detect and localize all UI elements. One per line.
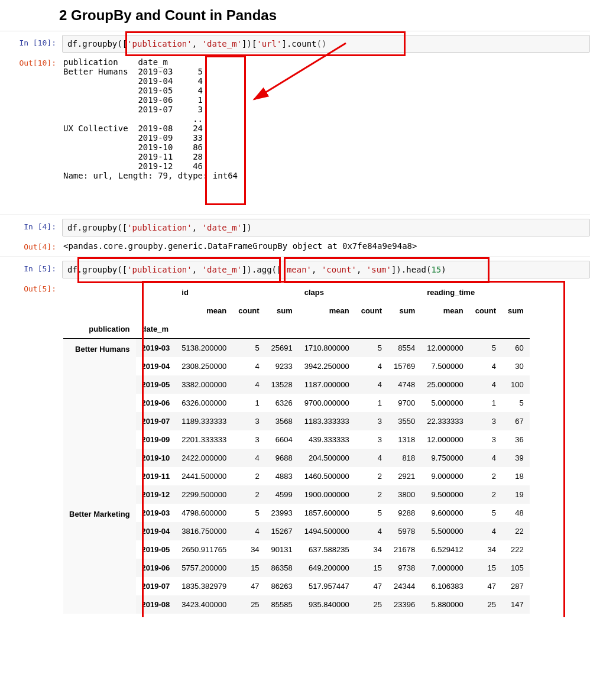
divider	[0, 257, 590, 257]
code-output: <pandas.core.groupby.generic.DataFrameGr…	[62, 239, 590, 253]
prompt-in: In [4]:	[0, 219, 62, 236]
cell-4-input: In [4]: df.groupby(['publication', 'date…	[0, 218, 590, 238]
prompt-out: Out[10]:	[0, 55, 62, 211]
cell-10-output: Out[10]: publication date_m Better Human…	[0, 54, 590, 212]
highlight-box	[205, 56, 246, 205]
code-input[interactable]: df.groupby(['publication', 'date_m'])	[62, 219, 590, 236]
prompt-in: In [10]:	[0, 35, 62, 53]
prompt-out: Out[4]:	[0, 239, 62, 253]
table-row: Better Humans2019-035138.200000525691171…	[63, 339, 530, 358]
code-input[interactable]: df.groupby(['publication', 'date_m'])['u…	[62, 35, 590, 53]
divider	[0, 31, 590, 31]
section-heading: 2 GroupBy and Count in Pandas	[59, 7, 590, 24]
code-input[interactable]: df.groupby(['publication', 'date_m']).ag…	[62, 261, 590, 278]
table-row: Better Marketing2019-034798.600000523993…	[63, 504, 530, 522]
cell-5-input: In [5]: df.groupby(['publication', 'date…	[0, 260, 590, 280]
code-output: publication date_m Better Humans 2019-03…	[62, 55, 590, 211]
divider	[0, 215, 590, 215]
cell-5-output: Out[5]: idclapsreading_timemeancountsumm…	[0, 280, 590, 617]
dataframe-table: idclapsreading_timemeancountsummeancount…	[63, 283, 530, 614]
code-output: idclapsreading_timemeancountsummeancount…	[62, 281, 590, 616]
cell-4-output: Out[4]: <pandas.core.groupby.generic.Dat…	[0, 238, 590, 254]
prompt-in: In [5]:	[0, 261, 62, 278]
cell-10-input: In [10]: df.groupby(['publication', 'dat…	[0, 34, 590, 54]
prompt-out: Out[5]:	[0, 281, 62, 616]
